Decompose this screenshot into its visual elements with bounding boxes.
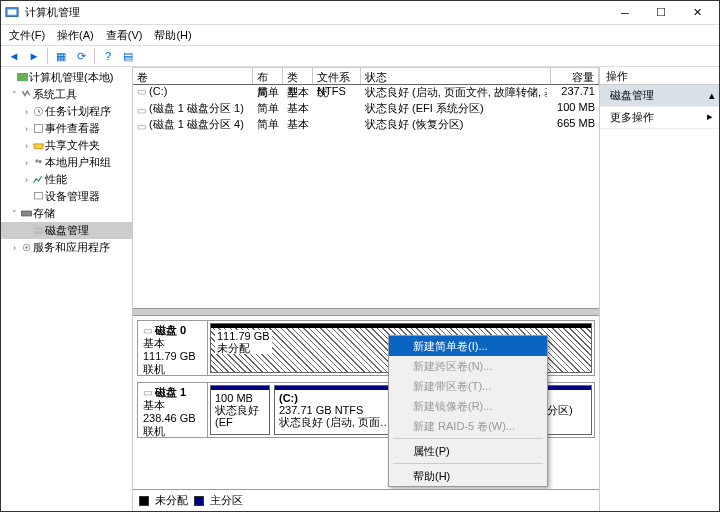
disk-icon: ▭ [137, 105, 146, 116]
svg-rect-9 [34, 227, 44, 229]
ctx-new-simple-volume[interactable]: 新建简单卷(I)... [389, 336, 547, 356]
disk-icon: ▭ [143, 325, 152, 336]
svg-point-12 [25, 246, 27, 248]
svg-rect-1 [8, 9, 17, 14]
menu-view[interactable]: 查看(V) [102, 27, 147, 44]
svg-point-5 [35, 159, 38, 162]
col-layout: 布局 [253, 67, 283, 84]
ctx-new-mirrored-volume: 新建镜像卷(R)... [389, 396, 547, 416]
col-type: 类型 [283, 67, 313, 84]
view-button[interactable]: ▦ [52, 47, 70, 65]
volume-row[interactable]: ▭ (磁盘 1 磁盘分区 4)简单基本状态良好 (恢复分区)665 MB [133, 117, 599, 133]
refresh-button[interactable]: ⟳ [72, 47, 90, 65]
tree-perf[interactable]: ›性能 [1, 171, 132, 188]
context-menu: 新建简单卷(I)... 新建跨区卷(N)... 新建带区卷(T)... 新建镜像… [388, 335, 548, 487]
svg-rect-8 [22, 211, 32, 216]
window-title: 计算机管理 [25, 5, 607, 20]
tree-root[interactable]: 计算机管理(本地) [1, 69, 132, 86]
actions-header: 操作 [600, 67, 719, 85]
tree-system[interactable]: ˅系统工具 [1, 86, 132, 103]
disk-0-info: ▭ 磁盘 0 基本 111.79 GB 联机 [138, 321, 208, 375]
volume-header[interactable]: 卷 布局 类型 文件系统 状态 容量 [133, 67, 599, 85]
menu-help[interactable]: 帮助(H) [150, 27, 195, 44]
legend-primary-swatch [194, 496, 204, 506]
svg-rect-4 [34, 124, 42, 132]
main: 计算机管理(本地) ˅系统工具 ›任务计划程序 ›事件查看器 ›共享文件夹 ›本… [1, 67, 719, 511]
disk-1-efi[interactable]: 100 MB状态良好 (EF [210, 385, 270, 435]
fwd-button[interactable]: ► [25, 47, 43, 65]
legend: 未分配 主分区 [133, 489, 599, 511]
volume-row[interactable]: ▭ (C:)简单基本NTFS状态良好 (启动, 页面文件, 故障转储, 基本数据… [133, 85, 599, 101]
back-button[interactable]: ◄ [5, 47, 23, 65]
disk-icon: ▭ [143, 387, 152, 398]
col-fs: 文件系统 [313, 67, 361, 84]
legend-unalloc-swatch [139, 496, 149, 506]
ctx-new-striped-volume: 新建带区卷(T)... [389, 376, 547, 396]
menubar: 文件(F) 操作(A) 查看(V) 帮助(H) [1, 25, 719, 45]
tree-shared[interactable]: ›共享文件夹 [1, 137, 132, 154]
tree-users[interactable]: ›本地用户和组 [1, 154, 132, 171]
tree-storage[interactable]: ˅存储 [1, 205, 132, 222]
titlebar: 计算机管理 ─ ☐ ✕ [1, 1, 719, 25]
ctx-properties[interactable]: 属性(P) [389, 441, 547, 461]
tree-event[interactable]: ›事件查看器 [1, 120, 132, 137]
app-icon [5, 6, 19, 20]
disk-1-recovery[interactable]: 分区) [542, 385, 592, 435]
tree-services[interactable]: ›服务和应用程序 [1, 239, 132, 256]
list-button[interactable]: ▤ [119, 47, 137, 65]
center-pane: 卷 布局 类型 文件系统 状态 容量 ▭ (C:)简单基本NTFS状态良好 (启… [133, 67, 599, 511]
ctx-new-spanned-volume: 新建跨区卷(N)... [389, 356, 547, 376]
nav-tree[interactable]: 计算机管理(本地) ˅系统工具 ›任务计划程序 ›事件查看器 ›共享文件夹 ›本… [1, 67, 133, 511]
col-status: 状态 [361, 67, 551, 84]
svg-rect-7 [34, 192, 42, 199]
minimize-button[interactable]: ─ [607, 2, 643, 24]
disk-graphic-pane: ▭ 磁盘 0 基本 111.79 GB 联机 111.79 GB未分配 新建简单… [133, 316, 599, 489]
chevron-up-icon: ▴ [709, 89, 715, 102]
menu-file[interactable]: 文件(F) [5, 27, 49, 44]
close-button[interactable]: ✕ [679, 2, 715, 24]
actions-pane: 操作 磁盘管理▴ 更多操作 ▸ [599, 67, 719, 511]
svg-rect-2 [18, 73, 28, 80]
col-capacity: 容量 [551, 67, 599, 84]
chevron-right-icon: ▸ [707, 110, 713, 123]
tree-task[interactable]: ›任务计划程序 [1, 103, 132, 120]
ctx-new-raid5-volume: 新建 RAID-5 卷(W)... [389, 416, 547, 436]
actions-more[interactable]: 更多操作 ▸ [600, 107, 719, 129]
tree-diskmgmt[interactable]: 磁盘管理 [1, 222, 132, 239]
volume-list[interactable]: ▭ (C:)简单基本NTFS状态良好 (启动, 页面文件, 故障转储, 基本数据… [133, 85, 599, 143]
actions-section[interactable]: 磁盘管理▴ [600, 85, 719, 107]
svg-point-6 [39, 160, 42, 163]
pane-splitter[interactable] [133, 308, 599, 316]
ctx-help[interactable]: 帮助(H) [389, 466, 547, 486]
help-button[interactable]: ? [99, 47, 117, 65]
volume-row[interactable]: ▭ (磁盘 1 磁盘分区 1)简单基本状态良好 (EFI 系统分区)100 MB [133, 101, 599, 117]
col-volume: 卷 [133, 67, 253, 84]
toolbar: ◄ ► ▦ ⟳ ? ▤ [1, 45, 719, 67]
svg-rect-10 [34, 231, 44, 233]
disk-icon: ▭ [137, 121, 146, 132]
tree-devmgr[interactable]: 设备管理器 [1, 188, 132, 205]
menu-action[interactable]: 操作(A) [53, 27, 98, 44]
disk-icon: ▭ [137, 86, 146, 97]
disk-1-info: ▭ 磁盘 1 基本 238.46 GB 联机 [138, 383, 208, 437]
maximize-button[interactable]: ☐ [643, 2, 679, 24]
